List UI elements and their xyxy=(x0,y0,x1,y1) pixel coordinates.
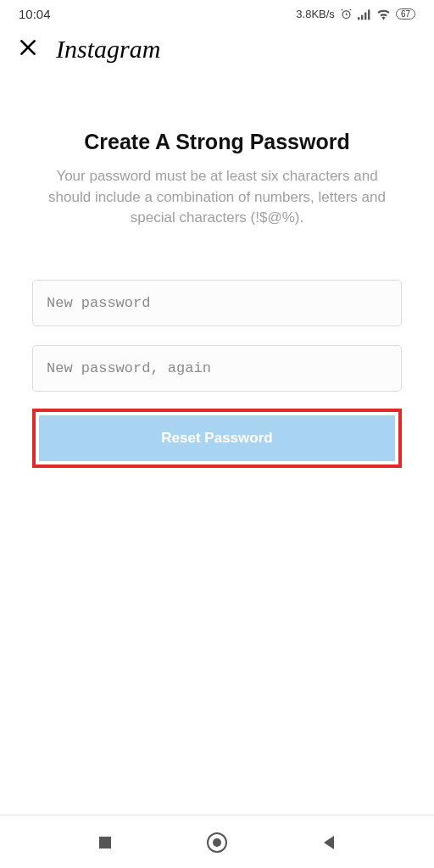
status-time: 10:04 xyxy=(19,7,51,21)
svg-rect-3 xyxy=(364,12,366,19)
password-form: Reset Password xyxy=(32,280,402,468)
svg-rect-4 xyxy=(368,9,370,19)
network-speed: 3.8KB/s xyxy=(296,8,335,20)
back-button[interactable] xyxy=(320,834,337,854)
app-header: Instagram xyxy=(0,25,434,70)
new-password-input[interactable] xyxy=(32,280,402,326)
svg-rect-7 xyxy=(99,837,111,849)
status-indicators: 3.8KB/s 67 xyxy=(296,8,415,20)
page-title: Create A Strong Password xyxy=(32,130,402,154)
signal-icon xyxy=(358,8,371,20)
wifi-icon xyxy=(376,8,391,20)
alarm-icon xyxy=(340,8,353,20)
main-content: Create A Strong Password Your password m… xyxy=(0,70,434,468)
bottom-divider xyxy=(0,815,434,815)
reset-password-button[interactable]: Reset Password xyxy=(39,415,395,461)
confirm-password-input[interactable] xyxy=(32,345,402,392)
svg-rect-2 xyxy=(361,14,363,19)
home-button[interactable] xyxy=(206,832,228,857)
highlight-annotation: Reset Password xyxy=(32,409,402,468)
system-nav-bar xyxy=(0,821,434,868)
app-logo: Instagram xyxy=(56,35,160,64)
svg-point-9 xyxy=(213,838,221,847)
close-button[interactable] xyxy=(14,33,42,65)
status-bar: 10:04 3.8KB/s 67 xyxy=(0,0,434,25)
svg-rect-1 xyxy=(358,17,359,19)
page-subtitle: Your password must be at least six chara… xyxy=(32,166,402,229)
battery-indicator: 67 xyxy=(396,8,415,19)
recent-apps-button[interactable] xyxy=(97,834,114,854)
